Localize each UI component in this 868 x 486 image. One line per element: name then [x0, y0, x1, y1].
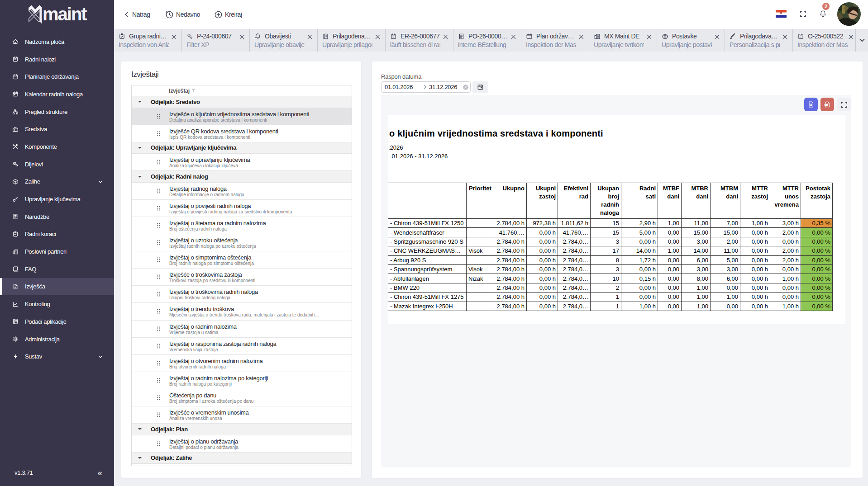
svg-text:maint: maint [43, 4, 87, 24]
svg-text:PDF: PDF [825, 104, 828, 106]
